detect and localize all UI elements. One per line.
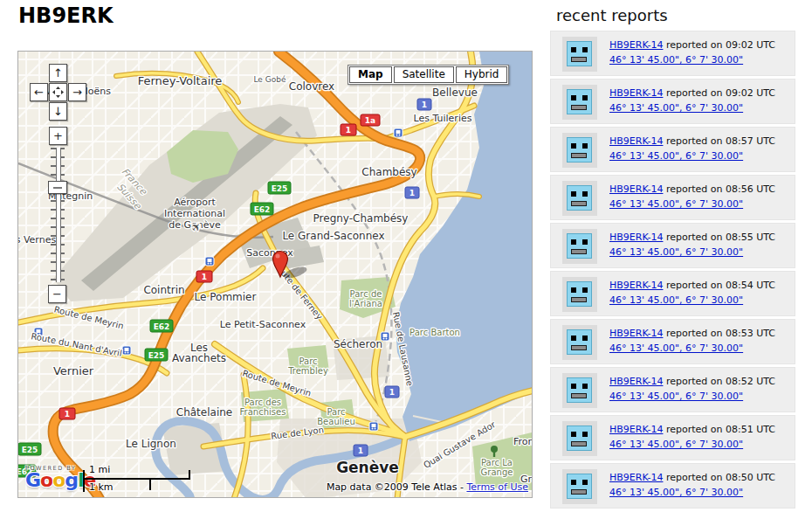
callsign-link[interactable]: HB9ERK-14	[609, 424, 663, 435]
terms-of-use-link[interactable]: Terms of Use	[466, 481, 528, 493]
callsign-link[interactable]: HB9ERK-14	[609, 328, 663, 339]
position-link[interactable]: 46° 13' 45.00", 6° 7' 30.00"	[609, 54, 743, 66]
reported-text: reported on 08:55 UTC	[663, 232, 775, 243]
aprs-symbol-icon	[562, 133, 597, 168]
green-route-shield: E62	[251, 203, 273, 215]
svg-text:1: 1	[389, 388, 395, 397]
report-item: HB9ERK-14 reported on 08:51 UTC46° 13' 4…	[550, 415, 795, 460]
reported-text: reported on 09:02 UTC	[663, 87, 775, 99]
aprs-symbol-icon	[562, 373, 597, 408]
callsign-link[interactable]: HB9ERK-14	[609, 183, 663, 195]
position-link[interactable]: 46° 13' 45.00", 6° 7' 30.00"	[609, 439, 743, 450]
red-route-shield: 1a	[361, 114, 380, 126]
aprs-symbol-icon	[562, 229, 597, 264]
page-title: HB9ERK	[18, 3, 114, 28]
green-route-shield: E25	[145, 349, 168, 361]
aprs-symbol-icon	[562, 277, 597, 312]
aprs-symbol-icon	[562, 37, 597, 72]
zoom-out-button[interactable]: −	[48, 285, 66, 303]
position-link[interactable]: 46° 13' 45.00", 6° 7' 30.00"	[609, 102, 743, 114]
report-item: HB9ERK-14 reported on 08:53 UTC46° 13' 4…	[550, 319, 795, 364]
zoom-in-button[interactable]: +	[49, 127, 67, 145]
callsign-link[interactable]: HB9ERK-14	[609, 280, 663, 291]
position-link[interactable]: 46° 13' 45.00", 6° 7' 30.00"	[609, 391, 743, 402]
map-label: Le Lignon	[126, 438, 176, 450]
report-item: HB9ERK-14 reported on 08:55 UTC46° 13' 4…	[550, 223, 795, 268]
map-label: Sécheron	[334, 338, 382, 350]
map-label: Franchises	[240, 407, 286, 417]
map-label: Trembley	[287, 366, 328, 376]
report-item: HB9ERK-14 reported on 08:57 UTC46° 13' 4…	[550, 127, 795, 172]
position-link[interactable]: 46° 13' 45.00", 6° 7' 30.00"	[609, 294, 743, 306]
reported-text: reported on 08:51 UTC	[663, 424, 775, 435]
aprs-symbol-icon	[562, 469, 597, 504]
map-label: Le Grand-Saconnex	[282, 230, 384, 242]
map-label: Parc	[299, 356, 317, 366]
aprs-symbol-icon	[562, 85, 597, 120]
pan-right-button[interactable]: →	[68, 83, 86, 101]
callsign-link[interactable]: HB9ERK-14	[609, 232, 663, 243]
map-label: Parc	[327, 407, 345, 417]
svg-text:1: 1	[422, 100, 427, 109]
position-link[interactable]: 46° 13' 45.00", 6° 7' 30.00"	[609, 198, 743, 210]
scale-mi-label: 1 mi	[89, 464, 110, 475]
position-link[interactable]: 46° 13' 45.00", 6° 7' 30.00"	[609, 150, 743, 162]
map-widget[interactable]: 11a111111E25E62E62E25E25E62 Ferney-Volta…	[17, 51, 533, 498]
svg-text:1a: 1a	[365, 116, 375, 125]
aprs-symbol-icon	[562, 181, 597, 216]
satellite-button[interactable]: Satellite	[394, 66, 454, 83]
map-label: Bellevue	[432, 86, 478, 99]
map-attribution: Map data ©2009 Tele Atlas - Terms of Use	[327, 481, 528, 493]
map-label: Vernier	[53, 364, 94, 377]
red-route-shield: 1	[341, 124, 356, 135]
reported-text: reported on 08:52 UTC	[663, 376, 775, 387]
red-route-shield: 1	[196, 271, 212, 282]
report-item: HB9ERK-14 reported on 08:54 UTC46° 13' 4…	[550, 271, 795, 316]
pan-up-button[interactable]: ↑	[49, 64, 67, 82]
report-item: HB9ERK-14 reported on 08:52 UTC46° 13' 4…	[550, 367, 795, 412]
report-list: HB9ERK-14 reported on 09:02 UTC46° 13' 4…	[550, 31, 795, 509]
svg-text:E25: E25	[148, 351, 165, 360]
position-link[interactable]: 46° 13' 45.00", 6° 7' 30.00"	[609, 487, 743, 498]
callsign-link[interactable]: HB9ERK-14	[609, 135, 663, 147]
callsign-link[interactable]: HB9ERK-14	[609, 376, 663, 387]
hybrid-button[interactable]: Hybrid	[456, 66, 508, 83]
position-link[interactable]: 46° 13' 45.00", 6° 7' 30.00"	[609, 342, 743, 354]
map-label: Le Pommier	[195, 291, 257, 303]
scale-km-label: 1 km	[89, 481, 114, 493]
map-button[interactable]: Map	[349, 66, 392, 83]
callsign-link[interactable]: HB9ERK-14	[609, 39, 663, 51]
blue-route-shield: 1	[385, 386, 399, 398]
svg-text:1: 1	[358, 446, 363, 455]
report-item: HB9ERK-14 reported on 08:50 UTC46° 13' 4…	[550, 463, 795, 509]
callsign-link[interactable]: HB9ERK-14	[609, 87, 663, 99]
svg-text:E25: E25	[272, 184, 288, 193]
red-route-shield: 1	[59, 408, 75, 419]
green-route-shield: E62	[150, 320, 173, 332]
callsign-link[interactable]: HB9ERK-14	[609, 472, 663, 483]
map-label: Avanchets	[172, 352, 226, 364]
position-link[interactable]: 46° 13' 45.00", 6° 7' 30.00"	[609, 246, 743, 258]
copyright-text: Map data ©2009 Tele Atlas -	[327, 481, 467, 493]
train-station-icon	[205, 257, 214, 266]
map-label: l'Ariana	[349, 299, 382, 308]
map-label: Frontenex	[513, 436, 533, 447]
map-label: Châtelaine	[176, 406, 232, 419]
aprs-symbol-icon	[562, 421, 597, 456]
map-label: Le Gobé	[254, 75, 286, 84]
zoom-slider-handle[interactable]	[48, 181, 67, 194]
svg-text:E62: E62	[254, 205, 271, 214]
map-label: Colovrex	[289, 80, 334, 93]
zoom-slider-track[interactable]	[51, 148, 65, 282]
map-label: Pregny-Chambésy	[313, 212, 409, 225]
pan-down-button[interactable]: ↓	[49, 102, 67, 121]
reported-text: reported on 08:56 UTC	[663, 183, 775, 195]
blue-route-shield: 1	[354, 445, 368, 456]
svg-text:1: 1	[346, 126, 351, 135]
pan-left-button[interactable]: ←	[30, 83, 48, 101]
green-route-shield: E25	[18, 443, 41, 455]
map-label: Cointrin	[143, 284, 184, 296]
map-canvas[interactable]: 11a111111E25E62E62E25E25E62 Ferney-Volta…	[18, 52, 533, 498]
svg-text:E25: E25	[22, 446, 38, 454]
pan-center-button[interactable]	[49, 83, 67, 101]
